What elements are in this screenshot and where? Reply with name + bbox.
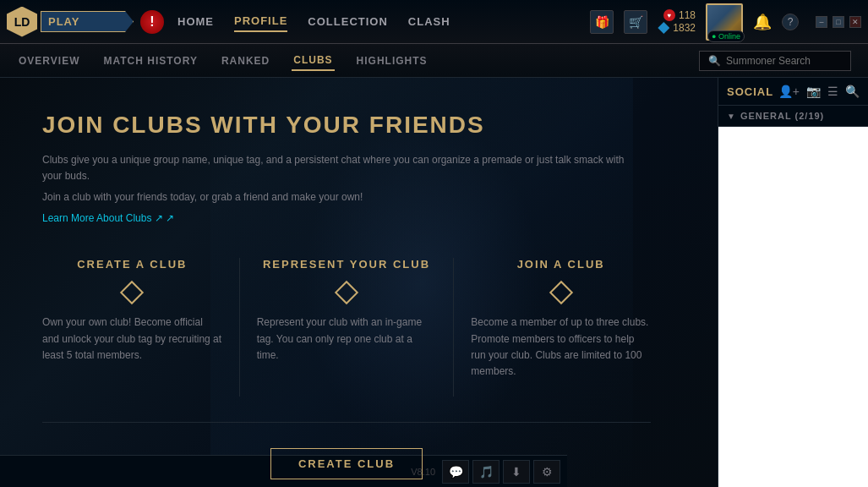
be-row: 1832 <box>658 22 696 34</box>
help-button[interactable]: ? <box>782 14 799 30</box>
nav-links: HOME PROFILE COLLECTION CLASH <box>177 11 590 32</box>
minimize-button[interactable]: – <box>816 16 827 28</box>
be-icon <box>658 22 669 34</box>
card-create-title: CREATE A CLUB <box>42 258 222 271</box>
rp-row: ♥ 118 <box>663 9 696 21</box>
main-layout: JOIN CLUBS WITH YOUR FRIENDS Clubs give … <box>0 78 868 487</box>
add-friend-icon[interactable]: 👤+ <box>778 85 800 98</box>
search-icon: 🔍 <box>708 55 721 67</box>
card-represent-title: REPRESENT YOUR CLUB <box>257 258 437 271</box>
avatar-block[interactable]: ● Online <box>706 3 743 41</box>
general-section: ▼ GENERAL (2/19) <box>718 106 868 127</box>
rp-icon: ♥ <box>663 9 675 21</box>
rp-amount: 118 <box>679 9 696 21</box>
subnav-clubs[interactable]: CLUBS <box>292 51 334 71</box>
list-icon[interactable]: ☰ <box>827 85 838 98</box>
search-friends-icon[interactable]: 🔍 <box>845 85 860 98</box>
card-create-text: Own your own club! Become official and u… <box>42 315 222 364</box>
chest-icon[interactable]: 🎁 <box>590 10 614 34</box>
social-panel: SOCIAL 👤+ 📷 ☰ 🔍 ▼ GENERAL (2/19) <box>718 78 868 487</box>
card-join-diamond <box>471 284 651 301</box>
play-button[interactable]: PLAY <box>41 11 134 32</box>
nav-home[interactable]: HOME <box>177 12 214 31</box>
online-status: ● Online <box>707 30 745 42</box>
top-nav: LD PLAY ! HOME PROFILE COLLECTION CLASH … <box>0 0 868 44</box>
learn-more-link[interactable]: Learn More About Clubs ↗ <box>42 212 174 224</box>
general-label: GENERAL (2/19) <box>740 111 824 121</box>
card-join-title: JOIN A CLUB <box>471 258 651 271</box>
window-controls: – □ ✕ <box>816 16 861 28</box>
card-create: CREATE A CLUB Own your own club! Become … <box>42 258 240 397</box>
subnav-ranked[interactable]: RANKED <box>220 52 271 70</box>
notification-bell[interactable]: 🔔 <box>753 13 772 31</box>
card-create-diamond <box>42 284 222 301</box>
currency-block: ♥ 118 1832 <box>658 9 696 34</box>
camera-icon[interactable]: 📷 <box>806 85 821 98</box>
chevron-down-icon: ▼ <box>727 112 735 121</box>
subnav-match-history[interactable]: MATCH HISTORY <box>101 52 199 70</box>
logo[interactable]: LD <box>7 7 37 37</box>
create-club-row: CREATE CLUB <box>42 448 651 479</box>
maximize-button[interactable]: □ <box>833 16 844 28</box>
nav-clash[interactable]: CLASH <box>408 12 450 31</box>
nav-right: 🎁 🛒 ♥ 118 1832 ● Online 🔔 ? – □ ✕ <box>590 3 861 41</box>
page-description-2: Join a club with your friends today, or … <box>42 191 675 203</box>
sub-nav: OVERVIEW MATCH HISTORY RANKED CLUBS HIGH… <box>0 44 868 78</box>
summoner-search-container: 🔍 <box>699 51 851 71</box>
card-represent: REPRESENT YOUR CLUB Represent your club … <box>240 258 455 397</box>
content-area: JOIN CLUBS WITH YOUR FRIENDS Clubs give … <box>0 78 718 487</box>
subnav-overview[interactable]: OVERVIEW <box>17 52 81 70</box>
chat-area <box>718 127 868 487</box>
store-icon[interactable]: 🛒 <box>624 10 647 34</box>
card-represent-diamond <box>257 284 437 301</box>
search-input[interactable] <box>726 55 842 67</box>
cards-row: CREATE A CLUB Own your own club! Become … <box>42 258 651 397</box>
diamond-icon <box>120 281 144 304</box>
close-button[interactable]: ✕ <box>849 16 861 28</box>
divider <box>42 422 651 423</box>
alert-button[interactable]: ! <box>140 10 164 34</box>
card-represent-text: Represent your club with an in-game tag.… <box>257 315 437 364</box>
page-title: JOIN CLUBS WITH YOUR FRIENDS <box>42 112 675 139</box>
diamond-icon-3 <box>549 281 573 304</box>
card-join: JOIN A CLUB Become a member of up to thr… <box>454 258 651 397</box>
be-amount: 1832 <box>673 22 696 34</box>
social-icons: 👤+ 📷 ☰ 🔍 <box>778 85 860 98</box>
social-header: SOCIAL 👤+ 📷 ☰ 🔍 <box>718 78 868 106</box>
social-title: SOCIAL <box>727 85 773 98</box>
page-description-1: Clubs give you a unique group name, uniq… <box>42 152 634 184</box>
general-header[interactable]: ▼ GENERAL (2/19) <box>718 106 868 126</box>
diamond-icon-2 <box>335 281 358 304</box>
nav-collection[interactable]: COLLECTION <box>308 12 388 31</box>
card-join-text: Become a member of up to three clubs. Pr… <box>471 315 651 380</box>
nav-profile[interactable]: PROFILE <box>234 11 287 32</box>
create-club-button[interactable]: CREATE CLUB <box>270 448 423 479</box>
subnav-highlights[interactable]: HIGHLIGHTS <box>355 52 429 70</box>
